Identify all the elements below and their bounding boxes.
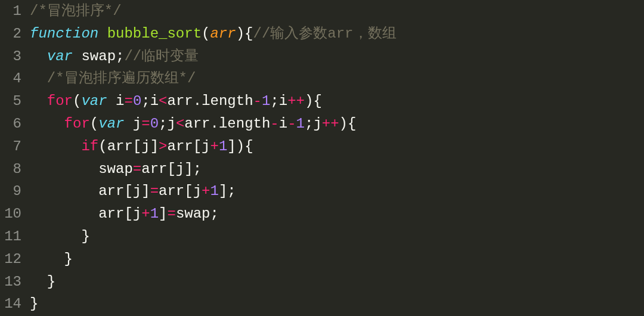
- token: =: [150, 183, 159, 199]
- token: length: [219, 116, 270, 132]
- code-line[interactable]: var swap;//临时变量: [30, 45, 644, 68]
- line-number: 12: [0, 248, 26, 271]
- token: swap: [81, 48, 116, 64]
- line-number: 11: [0, 225, 26, 248]
- code-line[interactable]: for(var j=0;j<arr.length-i-1;j++){: [30, 113, 644, 135]
- token: i: [279, 93, 287, 109]
- token: if: [81, 138, 98, 154]
- token: //输入参数arr，数组: [253, 26, 397, 42]
- token: [30, 228, 81, 244]
- token: j: [202, 138, 210, 154]
- code-line[interactable]: arr[j]=arr[j+1];: [30, 180, 644, 203]
- token: [30, 138, 81, 154]
- code-line[interactable]: /*冒泡排序*/: [30, 0, 644, 23]
- token: ): [236, 26, 244, 42]
- code-line[interactable]: arr[j+1]=swap;: [30, 203, 644, 225]
- token: j: [313, 116, 321, 132]
- token: var: [98, 116, 124, 132]
- token: <: [176, 116, 184, 132]
- token: (: [202, 26, 210, 42]
- token: ++: [322, 116, 339, 132]
- token: arr: [98, 183, 124, 199]
- token: >: [159, 138, 167, 154]
- line-number: 3: [0, 45, 26, 68]
- token: [30, 183, 98, 199]
- token: -: [287, 116, 296, 132]
- token: /*冒泡排序遍历数组*/: [47, 70, 196, 86]
- line-number: 7: [0, 135, 26, 158]
- token: [30, 251, 64, 267]
- code-line[interactable]: for(var i=0;i<arr.length-1;i++){: [30, 90, 644, 113]
- token: arr: [141, 161, 167, 177]
- token: /*冒泡排序*/: [30, 3, 122, 19]
- code-line[interactable]: /*冒泡排序遍历数组*/: [30, 67, 644, 90]
- token: +: [141, 206, 150, 222]
- token: [98, 26, 107, 42]
- token: 1: [219, 138, 227, 154]
- line-number: 5: [0, 90, 26, 113]
- line-number: 6: [0, 113, 26, 135]
- code-line[interactable]: }: [30, 248, 644, 271]
- token: swap: [98, 161, 133, 177]
- token: 1: [262, 93, 270, 109]
- line-number: 10: [0, 203, 26, 225]
- token: ;: [305, 116, 313, 132]
- token: ]: [184, 161, 193, 177]
- token: =: [124, 93, 132, 109]
- line-number: 14: [0, 293, 26, 315]
- token: 1: [210, 183, 219, 199]
- token: =: [133, 161, 141, 177]
- token: (: [73, 93, 81, 109]
- line-number: 9: [0, 180, 26, 203]
- token: length: [202, 93, 253, 109]
- token: }: [47, 274, 55, 290]
- token: ;: [193, 161, 202, 177]
- token: ]: [227, 138, 236, 154]
- token: function: [30, 26, 98, 42]
- token: arr: [184, 116, 210, 132]
- token: j: [141, 138, 150, 154]
- token: [30, 161, 98, 177]
- token: arr: [98, 206, 124, 222]
- token: [30, 274, 47, 290]
- token: [: [184, 183, 193, 199]
- token: ]: [150, 138, 159, 154]
- token: j: [167, 116, 175, 132]
- code-editor[interactable]: 1234567891011121314 /*冒泡排序*/function bub…: [0, 0, 644, 316]
- token: i: [116, 93, 124, 109]
- code-line[interactable]: swap=arr[j];: [30, 158, 644, 181]
- token: arr: [168, 93, 193, 109]
- token: ): [236, 138, 244, 154]
- token: [30, 70, 47, 86]
- code-line[interactable]: function bubble_sort(arr){//输入参数arr，数组: [30, 23, 644, 45]
- token: ;: [270, 93, 278, 109]
- code-line[interactable]: }: [30, 293, 644, 315]
- token: [: [133, 138, 141, 154]
- line-number: 1: [0, 0, 26, 23]
- token: j: [133, 116, 141, 132]
- token: [30, 206, 98, 222]
- code-line[interactable]: if(arr[j]>arr[j+1]){: [30, 135, 644, 158]
- token: 1: [296, 116, 305, 132]
- token: [: [167, 161, 175, 177]
- code-line[interactable]: }: [30, 225, 644, 248]
- token: [: [193, 138, 202, 154]
- token: =: [167, 206, 175, 222]
- token: ;: [116, 48, 124, 64]
- token: .: [210, 116, 219, 132]
- line-number: 8: [0, 158, 26, 181]
- token: +: [202, 183, 210, 199]
- code-line[interactable]: }: [30, 271, 644, 293]
- code-area[interactable]: /*冒泡排序*/function bubble_sort(arr){//输入参数…: [26, 0, 644, 316]
- token: [107, 93, 116, 109]
- token: j: [193, 183, 202, 199]
- token: <: [159, 93, 167, 109]
- token: ): [305, 93, 313, 109]
- token: [: [124, 183, 132, 199]
- token: ;: [141, 93, 150, 109]
- token: var: [81, 93, 107, 109]
- token: arr: [210, 26, 236, 42]
- line-number: 13: [0, 271, 26, 293]
- token: ): [339, 116, 348, 132]
- token: 0: [133, 93, 141, 109]
